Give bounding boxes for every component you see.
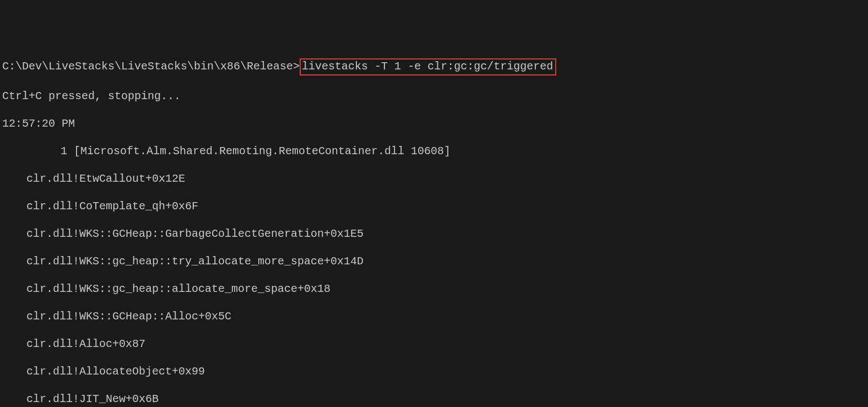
output-line: Ctrl+C pressed, stopping... [2,89,866,103]
stack-frame: clr.dll!WKS::GCHeap::Alloc+0x5C [2,310,866,323]
timestamp-line: 12:57:20 PM [2,117,866,131]
stack-frame: clr.dll!AllocateObject+0x99 [2,365,866,378]
stack-frame: clr.dll!WKS::gc_heap::try_allocate_more_… [2,254,866,268]
prompt-path: C:\Dev\LiveStacks\LiveStacks\bin\x86\Rel… [2,60,300,73]
stack-frame: clr.dll!Alloc+0x87 [2,337,866,351]
stack-frame: clr.dll!WKS::GCHeap::GarbageCollectGener… [2,227,866,241]
stack-frame: clr.dll!CoTemplate_qh+0x6F [2,199,866,213]
stack-frame: clr.dll!JIT_New+0x6B [2,392,866,406]
highlighted-command: livestacks -T 1 -e clr:gc:gc/triggered [300,58,556,75]
stack-frame: clr.dll!EtwCallout+0x12E [2,172,866,186]
process-line: 1 [Microsoft.Alm.Shared.Remoting.RemoteC… [2,144,866,158]
command-line: C:\Dev\LiveStacks\LiveStacks\bin\x86\Rel… [2,58,866,75]
stack-frame: clr.dll!WKS::gc_heap::allocate_more_spac… [2,282,866,296]
terminal-output[interactable]: C:\Dev\LiveStacks\LiveStacks\bin\x86\Rel… [2,58,866,407]
